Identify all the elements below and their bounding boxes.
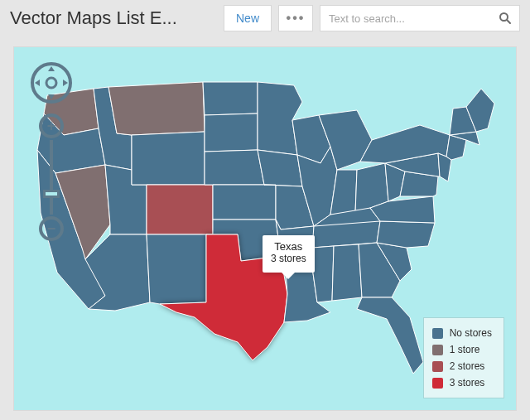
legend-swatch-2 (432, 361, 443, 372)
pan-control[interactable] (29, 60, 74, 105)
state-nebraska[interactable] (205, 150, 264, 185)
legend-item: No stores (432, 325, 492, 341)
map-area[interactable]: Texas 3 stores No stores 1 store 2 store… (13, 46, 517, 411)
tooltip-detail: 3 stores (271, 253, 306, 264)
state-south-dakota[interactable] (205, 113, 258, 152)
state-colorado[interactable] (147, 185, 213, 234)
legend-item: 3 stores (432, 374, 492, 391)
zoom-control: + − (39, 113, 64, 241)
more-button[interactable]: ••• (278, 5, 313, 31)
pan-left-icon[interactable] (35, 80, 40, 86)
svg-point-3 (46, 78, 56, 88)
search-box[interactable] (320, 5, 520, 31)
state-north-carolina[interactable] (377, 221, 435, 248)
legend-item: 2 stores (432, 358, 492, 374)
svg-line-1 (507, 20, 510, 23)
header: Vector Maps List E... New ••• (0, 0, 530, 36)
pan-right-icon[interactable] (63, 80, 68, 86)
legend-label: 1 store (450, 344, 480, 355)
state-kansas[interactable] (213, 185, 276, 220)
state-new-mexico[interactable] (147, 234, 206, 304)
pan-up-icon[interactable] (48, 66, 55, 71)
map-controls: + − (29, 60, 74, 241)
legend-swatch-1 (432, 345, 443, 355)
state-wyoming[interactable] (132, 132, 205, 185)
legend-label: 3 stores (450, 377, 485, 389)
zoom-track[interactable] (50, 140, 53, 215)
legend: No stores 1 store 2 stores 3 stores (423, 317, 504, 398)
app-root: { "header": { "title": "Vector Maps List… (0, 0, 530, 420)
state-alabama[interactable] (332, 244, 362, 301)
legend-label: No stores (450, 327, 492, 339)
zoom-in-button[interactable]: + (39, 113, 64, 138)
legend-label: 2 stores (450, 360, 485, 372)
tooltip-state: Texas (271, 240, 306, 253)
search-input[interactable] (320, 6, 491, 31)
page-title: Vector Maps List E... (10, 7, 217, 29)
state-north-dakota[interactable] (203, 82, 258, 115)
zoom-handle[interactable] (43, 190, 60, 198)
pan-down-icon[interactable] (48, 94, 55, 99)
legend-swatch-0 (432, 328, 443, 339)
search-icon[interactable] (491, 12, 519, 25)
legend-swatch-3 (432, 378, 443, 389)
state-montana[interactable] (108, 82, 205, 135)
map-tooltip: Texas 3 stores (263, 235, 315, 273)
new-button[interactable]: New (224, 5, 272, 31)
state-florida[interactable] (357, 297, 423, 374)
legend-item: 1 store (432, 341, 492, 358)
state-iowa[interactable] (258, 150, 302, 186)
zoom-out-button[interactable]: − (39, 216, 64, 241)
